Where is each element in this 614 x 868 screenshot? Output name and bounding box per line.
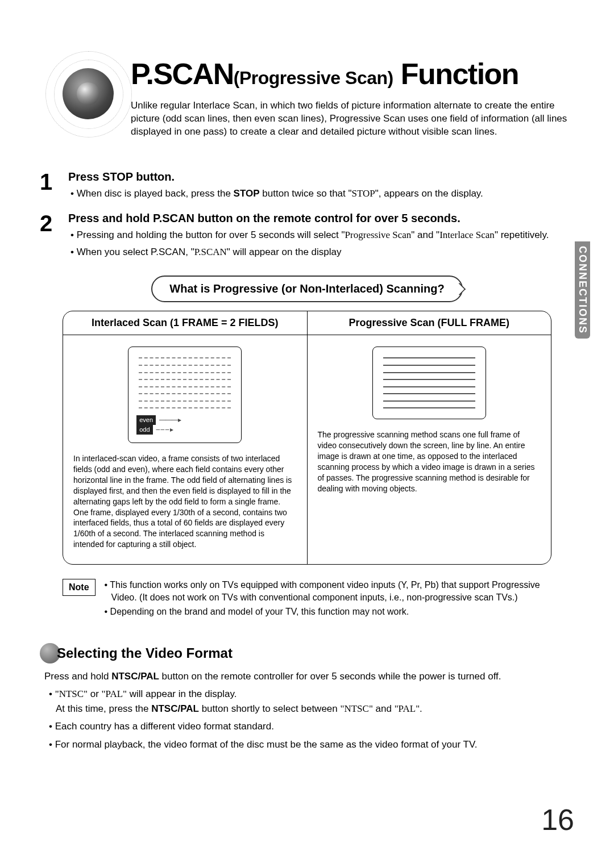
video-format-bullet: Each country has a different video forma…	[56, 719, 574, 734]
video-format-heading: Selecting the Video Format	[40, 643, 574, 663]
page-header: P.SCAN(Progressive Scan) Function Unlike…	[40, 57, 574, 159]
step-number: 1	[40, 170, 63, 193]
note-box: Note This function works only on TVs equ…	[63, 579, 551, 620]
page-title: P.SCAN(Progressive Scan) Function	[131, 57, 574, 91]
video-format-lead: Press and hold NTSC/PAL button on the re…	[44, 669, 574, 684]
scan-compare-box: Interlaced Scan (1 FRAME = 2 FIELDS) Pro…	[63, 311, 551, 565]
step-bullet: Pressing and holding the button for over…	[77, 228, 574, 242]
progressive-illustration	[372, 347, 486, 419]
manual-page: CONNECTIONS P.SCAN(Progressive Scan) Fun…	[0, 0, 614, 868]
progressive-description: The progressive scanning method scans on…	[318, 429, 541, 494]
speaker-icon	[34, 40, 142, 148]
video-format-bullet: For normal playback, the video format of…	[56, 737, 574, 752]
scan-explain-title: What is Progressive (or Non-Interlaced) …	[151, 276, 462, 302]
interlaced-illustration: even———▸ odd– – – ▸	[128, 347, 242, 443]
video-format-bullet: "NTSC" or "PAL" will appear in the displ…	[56, 687, 574, 716]
step-1: 1 Press STOP button. When disc is played…	[40, 170, 574, 201]
title-pscan: P.SCAN	[131, 57, 234, 90]
title-function: Function	[393, 57, 518, 90]
title-paren: (Progressive Scan)	[234, 68, 393, 88]
step-2: 2 Press and hold P.SCAN button on the re…	[40, 212, 574, 259]
step-heading: Press and hold P.SCAN button on the remo…	[68, 212, 574, 225]
interlaced-header: Interlaced Scan (1 FRAME = 2 FIELDS)	[63, 311, 308, 335]
step-bullet: When you select P.SCAN, "P.SCAN" will ap…	[77, 245, 574, 259]
progressive-header: Progressive Scan (FULL FRAME)	[308, 311, 551, 335]
intro-text: Unlike regular Interlace Scan, in which …	[131, 99, 574, 139]
video-format-title: Selecting the Video Format	[57, 645, 233, 661]
interlaced-description: In interlaced-scan video, a frame consis…	[73, 453, 297, 550]
even-label: even	[136, 415, 156, 425]
note-item: This function works only on TVs equipped…	[111, 579, 551, 603]
odd-label: odd	[136, 425, 152, 435]
note-label: Note	[63, 579, 96, 596]
step-bullet: When disc is played back, press the STOP…	[77, 187, 574, 201]
page-number: 16	[541, 803, 574, 837]
progressive-column: The progressive scanning method scans on…	[308, 335, 551, 564]
section-tab-connections: CONNECTIONS	[575, 241, 590, 339]
step-heading: Press STOP button.	[68, 170, 574, 183]
step-number: 2	[40, 212, 63, 235]
video-format-body: Press and hold NTSC/PAL button on the re…	[44, 669, 574, 752]
interlaced-column: even———▸ odd– – – ▸ In interlaced-scan v…	[63, 335, 308, 564]
note-item: Depending on the brand and model of your…	[111, 606, 551, 618]
